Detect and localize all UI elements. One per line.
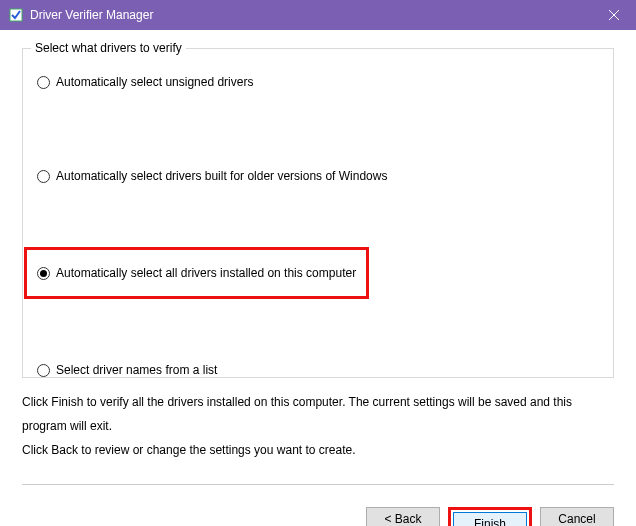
titlebar: Driver Verifier Manager xyxy=(0,0,636,30)
highlight-annotation: Automatically select all drivers install… xyxy=(24,247,369,299)
group-legend: Select what drivers to verify xyxy=(31,41,186,55)
radio-icon xyxy=(37,170,50,183)
close-button[interactable] xyxy=(591,0,636,30)
divider xyxy=(22,484,614,485)
radio-from-list[interactable]: Select driver names from a list xyxy=(37,361,599,379)
highlight-annotation: Finish xyxy=(448,507,532,526)
instructions-text: Click Finish to verify all the drivers i… xyxy=(22,390,614,462)
radio-all-installed-drivers[interactable]: Automatically select all drivers install… xyxy=(37,264,356,282)
radio-label: Automatically select drivers built for o… xyxy=(56,169,387,183)
radio-label: Automatically select all drivers install… xyxy=(56,266,356,280)
radio-icon xyxy=(37,267,50,280)
finish-button[interactable]: Finish xyxy=(453,512,527,526)
window-title: Driver Verifier Manager xyxy=(30,8,591,22)
instructions-line-2: Click Back to review or change the setti… xyxy=(22,438,614,462)
radio-unsigned-drivers[interactable]: Automatically select unsigned drivers xyxy=(37,73,599,91)
cancel-button[interactable]: Cancel xyxy=(540,507,614,526)
radio-icon xyxy=(37,76,50,89)
instructions-line-1: Click Finish to verify all the drivers i… xyxy=(22,390,614,438)
content-area: Select what drivers to verify Automatica… xyxy=(0,30,636,507)
radio-label: Automatically select unsigned drivers xyxy=(56,75,253,89)
radio-icon xyxy=(37,364,50,377)
radio-older-windows-drivers[interactable]: Automatically select drivers built for o… xyxy=(37,167,599,185)
radio-label: Select driver names from a list xyxy=(56,363,217,377)
app-icon xyxy=(8,7,24,23)
button-row: < Back Finish Cancel xyxy=(0,507,636,526)
driver-select-group: Select what drivers to verify Automatica… xyxy=(22,48,614,378)
back-button[interactable]: < Back xyxy=(366,507,440,526)
